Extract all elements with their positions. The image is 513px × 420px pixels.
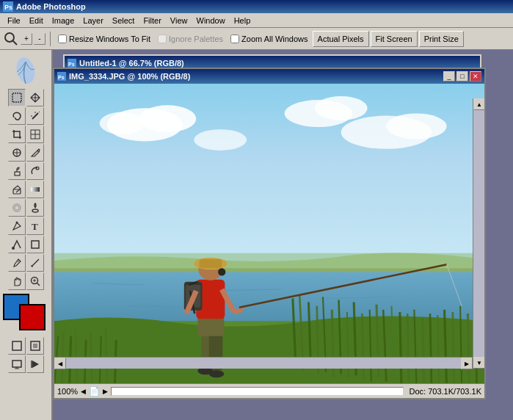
background-color[interactable] xyxy=(19,304,46,330)
fishing-scene-svg xyxy=(54,84,484,383)
zoom-level: 100% xyxy=(57,387,78,396)
doc-size: Doc: 703.1K/703.1K xyxy=(410,387,481,396)
scroll-down-btn[interactable]: ▼ xyxy=(473,357,484,369)
zoom-out-btn[interactable]: - xyxy=(34,33,46,45)
tool-row-10 xyxy=(8,254,44,272)
menu-help[interactable]: Help xyxy=(230,15,255,26)
gradient-tool[interactable] xyxy=(26,181,44,198)
window-untitled-title: Untitled-1 @ 66.7% (RGB/8) xyxy=(79,59,184,68)
canvas-area: Ps Untitled-1 @ 66.7% (RGB/8) Ps IMG_333… xyxy=(53,50,513,420)
svg-rect-38 xyxy=(12,361,21,367)
window-img: Ps IMG_3334.JPG @ 100% (RGB/8) _ □ ✕ xyxy=(53,68,486,399)
svg-line-27 xyxy=(18,261,19,262)
menu-image[interactable]: Image xyxy=(48,15,79,26)
magic-wand-tool[interactable] xyxy=(26,107,44,125)
scroll-track-h[interactable] xyxy=(66,358,461,369)
screen-mode-row xyxy=(8,355,44,373)
tool-row-8: T xyxy=(8,217,44,235)
scroll-right-btn[interactable]: ▶ xyxy=(461,358,473,369)
pencil-tool[interactable] xyxy=(26,144,44,162)
svg-line-86 xyxy=(467,314,469,383)
stamp-tool[interactable] xyxy=(8,162,26,180)
svg-line-32 xyxy=(37,283,40,286)
window-maximize-btn[interactable]: □ xyxy=(456,71,468,82)
zoom-in-btn[interactable]: + xyxy=(21,33,32,45)
svg-point-52 xyxy=(315,96,368,120)
status-page-icon: 📄 xyxy=(89,386,100,397)
shape-tool[interactable] xyxy=(26,236,44,253)
options-toolbar: + - Resize Windows To Fit Ignore Palette… xyxy=(0,28,513,50)
status-arrow-right[interactable]: ▶ xyxy=(103,388,108,395)
svg-line-80 xyxy=(423,317,424,383)
eraser-tool[interactable] xyxy=(8,181,26,198)
fit-screen-btn[interactable]: Fit Screen xyxy=(371,31,418,47)
standard-mode-btn[interactable] xyxy=(8,337,26,355)
menu-edit[interactable]: Edit xyxy=(25,15,48,26)
color-swatches[interactable] xyxy=(3,294,48,332)
app-title: Adobe Photoshop xyxy=(16,2,86,11)
vertical-scrollbar[interactable]: ▲ ▼ xyxy=(473,98,484,369)
svg-point-50 xyxy=(100,112,145,134)
lasso-tool[interactable] xyxy=(8,107,26,125)
menu-file[interactable]: File xyxy=(3,15,25,26)
app-icon: Ps xyxy=(3,1,13,12)
text-tool[interactable]: T xyxy=(26,217,44,235)
svg-point-25 xyxy=(12,247,15,250)
resize-windows-checkbox[interactable]: Resize Windows To Fit xyxy=(58,35,150,43)
blur-tool[interactable] xyxy=(8,199,26,217)
svg-text:Ps: Ps xyxy=(58,75,65,80)
history-brush-tool[interactable] xyxy=(26,162,44,180)
svg-rect-5 xyxy=(12,93,21,102)
path-selection-tool[interactable] xyxy=(8,236,26,253)
move-tool[interactable] xyxy=(26,89,44,106)
svg-rect-16 xyxy=(15,172,20,175)
window-minimize-btn[interactable]: _ xyxy=(443,71,455,82)
menu-window[interactable]: Window xyxy=(192,15,230,26)
window-close-btn[interactable]: ✕ xyxy=(470,71,481,82)
tool-row-3 xyxy=(8,126,44,143)
zoom-tool-icon xyxy=(3,31,19,47)
svg-line-77 xyxy=(400,312,401,383)
hand-tool[interactable] xyxy=(8,272,26,290)
ignore-palettes-checkbox[interactable]: Ignore Palettes xyxy=(158,35,223,43)
measure-tool[interactable] xyxy=(26,254,44,272)
screen-mode-btn[interactable] xyxy=(8,355,26,373)
status-bar: 100% ◀ 📄 ▶ Doc: 703.1K/703.1K xyxy=(54,383,484,398)
toolbar-sep-1 xyxy=(50,32,51,46)
svg-rect-112 xyxy=(199,259,222,268)
mask-mode-row xyxy=(8,337,44,355)
horizontal-scrollbar[interactable]: ◀ ▶ xyxy=(54,357,473,369)
svg-point-113 xyxy=(218,268,225,275)
svg-point-4 xyxy=(14,56,37,85)
status-arrow-left[interactable]: ◀ xyxy=(81,388,86,395)
menu-bar: File Edit Image Layer Select Filter View… xyxy=(0,13,513,28)
svg-rect-37 xyxy=(33,344,37,348)
zoom-tool[interactable] xyxy=(26,272,44,290)
dodge-tool[interactable] xyxy=(26,199,44,217)
svg-text:Ps: Ps xyxy=(4,4,12,11)
toolbox: T xyxy=(0,50,53,420)
scroll-left-btn[interactable]: ◀ xyxy=(54,358,66,369)
pen-tool[interactable] xyxy=(8,217,26,235)
scroll-track-v[interactable] xyxy=(473,110,484,357)
menu-filter[interactable]: Filter xyxy=(139,15,165,26)
quick-mask-btn[interactable] xyxy=(26,337,44,355)
svg-line-3 xyxy=(12,40,17,45)
scroll-up-btn[interactable]: ▲ xyxy=(473,98,484,110)
svg-point-49 xyxy=(139,105,196,132)
menu-view[interactable]: View xyxy=(166,15,192,26)
menu-select[interactable]: Select xyxy=(108,15,139,26)
jump-to-imageready-btn[interactable] xyxy=(26,355,44,373)
marquee-tool[interactable] xyxy=(8,89,26,106)
slice-tool[interactable] xyxy=(26,126,44,143)
crop-tool[interactable] xyxy=(8,126,26,143)
healing-brush-tool[interactable] xyxy=(8,144,26,162)
window-img-titlebar[interactable]: Ps IMG_3334.JPG @ 100% (RGB/8) _ □ ✕ xyxy=(54,69,484,84)
svg-rect-47 xyxy=(54,84,484,268)
zoom-all-checkbox[interactable]: Zoom All Windows xyxy=(230,35,308,43)
window-img-title: IMG_3334.JPG @ 100% (RGB/8) xyxy=(69,72,190,81)
print-size-btn[interactable]: Print Size xyxy=(419,31,464,47)
eyedropper-tool[interactable] xyxy=(8,254,26,272)
actual-pixels-btn[interactable]: Actual Pixels xyxy=(313,31,369,47)
menu-layer[interactable]: Layer xyxy=(79,15,108,26)
